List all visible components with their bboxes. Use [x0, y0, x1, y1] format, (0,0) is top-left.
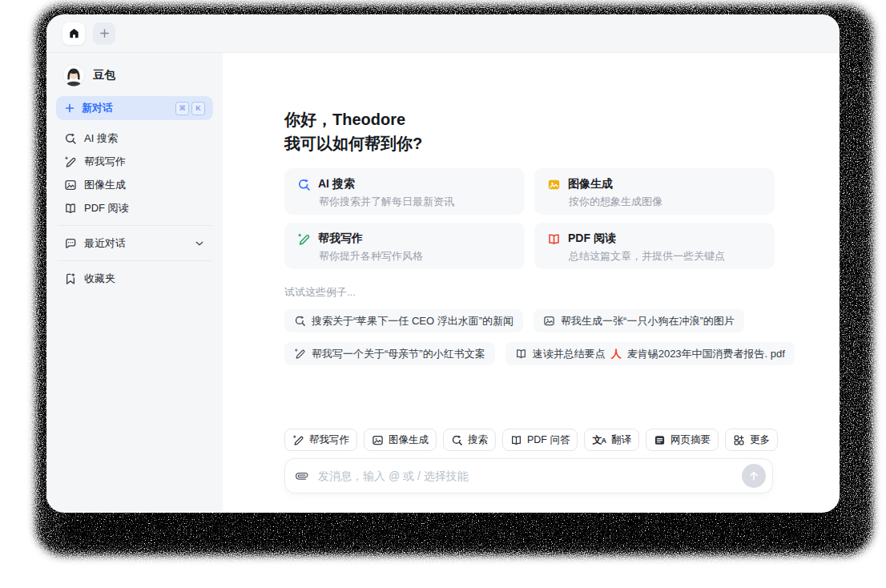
skill-writing[interactable]: 帮我写作 — [284, 429, 357, 451]
skill-label: 帮我写作 — [309, 433, 349, 447]
example-text: 帮我写一个关于“母亲节”的小红书文案 — [312, 347, 485, 361]
skill-web-summary[interactable]: 网页摘要 — [646, 429, 719, 451]
skill-label: 搜索 — [468, 433, 488, 447]
example-chip-search[interactable]: 搜索关于“苹果下一任 CEO 浮出水面”的新闻 — [284, 309, 523, 332]
sidebar-item-image-gen[interactable]: 图像生成 — [56, 173, 213, 196]
translate-icon: 文A — [592, 435, 606, 445]
sidebar-divider — [58, 225, 211, 226]
sidebar-item-label: 帮我写作 — [84, 155, 126, 169]
image-icon — [372, 434, 384, 446]
search-icon — [64, 132, 77, 145]
image-icon — [64, 179, 77, 191]
sidebar-item-label: AI 搜索 — [84, 131, 118, 146]
cmd-key-badge: ⌘ — [175, 102, 189, 115]
skill-more[interactable]: 更多 — [725, 429, 778, 451]
main-area: 你好，Theodore 我可以如何帮到你? AI 搜索 帮你搜索并了解每日最新资… — [223, 53, 840, 512]
card-desc: 帮你搜索并了解每日最新资讯 — [319, 195, 512, 209]
example-row-1: 搜索关于“苹果下一任 CEO 浮出水面”的新闻 帮我生成一张“一只小狗在冲浪”的… — [284, 309, 775, 332]
card-desc: 帮你提升各种写作风格 — [319, 249, 512, 264]
sidebar-divider — [58, 260, 211, 261]
skill-search[interactable]: 搜索 — [443, 429, 496, 451]
card-title: AI 搜索 — [318, 177, 355, 191]
skill-image-gen[interactable]: 图像生成 — [364, 429, 437, 451]
card-ai-search[interactable]: AI 搜索 帮你搜索并了解每日最新资讯 — [284, 168, 525, 215]
sidebar-item-label: 图像生成 — [84, 178, 126, 192]
card-desc: 按你的想象生成图像 — [569, 195, 762, 209]
home-icon — [68, 27, 80, 39]
skill-translate[interactable]: 文A 翻译 — [584, 429, 639, 451]
send-button[interactable] — [742, 464, 766, 488]
shortcut-badges: ⌘ K — [175, 102, 205, 115]
card-title: 帮我写作 — [318, 232, 363, 246]
more-apps-icon — [733, 434, 745, 446]
k-key-badge: K — [191, 102, 205, 115]
search-icon — [451, 434, 463, 446]
new-tab-button[interactable] — [93, 22, 115, 45]
arrow-up-icon — [747, 469, 760, 482]
composer: 帮我写作 图像生成 搜索 — [284, 429, 775, 512]
book-icon — [515, 348, 527, 360]
sidebar-item-ai-search[interactable]: AI 搜索 — [56, 127, 213, 150]
sidebar-item-label: 最近对话 — [84, 236, 126, 251]
search-icon — [294, 315, 306, 327]
search-icon — [297, 178, 311, 191]
greeting-line1: 你好，Theodore — [284, 107, 775, 131]
skill-pdf-qa[interactable]: PDF 问答 — [502, 429, 578, 451]
example-text: 速读并总结要点 — [533, 347, 606, 361]
pdf-file-icon: 人 — [611, 347, 622, 361]
message-input-bar — [284, 458, 773, 493]
book-icon — [547, 232, 561, 246]
example-chip-image[interactable]: 帮我生成一张“一只小狗在冲浪”的图片 — [534, 309, 744, 332]
card-writing[interactable]: 帮我写作 帮你提升各种写作风格 — [284, 223, 525, 269]
pen-icon — [297, 232, 311, 246]
sidebar-item-label: PDF 阅读 — [84, 201, 129, 215]
image-icon — [543, 315, 555, 327]
tab-bar — [46, 14, 840, 53]
chevron-down-icon[interactable] — [194, 238, 205, 249]
feature-cards: AI 搜索 帮你搜索并了解每日最新资讯 图像生成 按你的想象生成图像 — [284, 168, 775, 269]
plus-icon — [64, 103, 75, 114]
image-icon — [547, 178, 561, 191]
sidebar-item-label: 收藏夹 — [84, 272, 115, 286]
skill-label: PDF 问答 — [527, 433, 570, 447]
chat-bubble-icon — [64, 237, 77, 250]
profile[interactable]: 豆包 — [56, 61, 213, 96]
message-input[interactable] — [316, 469, 742, 483]
card-title: 图像生成 — [568, 177, 613, 191]
card-image-gen[interactable]: 图像生成 按你的想象生成图像 — [534, 168, 775, 215]
new-chat-button[interactable]: 新对话 ⌘ K — [56, 96, 213, 120]
plus-icon — [99, 27, 111, 39]
example-attachment: 麦肯锡2023年中国消费者报告. pdf — [627, 347, 785, 361]
greeting-line2: 我可以如何帮到你? — [284, 131, 775, 155]
skill-label: 更多 — [750, 433, 770, 447]
new-chat-label: 新对话 — [82, 101, 113, 115]
example-text: 帮我生成一张“一只小狗在冲浪”的图片 — [561, 314, 735, 328]
avatar — [62, 64, 85, 87]
sidebar-item-recent[interactable]: 最近对话 — [56, 232, 213, 255]
pen-icon — [64, 155, 77, 168]
pen-icon — [292, 434, 304, 446]
sidebar-item-writing[interactable]: 帮我写作 — [56, 150, 213, 173]
profile-name: 豆包 — [93, 68, 115, 83]
card-desc: 总结这篇文章，并提供一些关键点 — [569, 249, 762, 264]
pen-icon — [294, 348, 306, 360]
example-row-2: 帮我写一个关于“母亲节”的小红书文案 速读并总结要点 人 麦肯锡2023年中国消… — [284, 342, 775, 365]
app-window: 豆包 新对话 ⌘ K AI 搜索 — [46, 14, 840, 513]
sidebar-item-favorites[interactable]: 收藏夹 — [56, 267, 213, 290]
webpage-icon — [654, 434, 666, 446]
sidebar: 豆包 新对话 ⌘ K AI 搜索 — [46, 53, 223, 512]
sidebar-item-pdf[interactable]: PDF 阅读 — [56, 196, 213, 219]
example-chip-writing[interactable]: 帮我写一个关于“母亲节”的小红书文案 — [284, 342, 495, 365]
example-text: 搜索关于“苹果下一任 CEO 浮出水面”的新闻 — [312, 314, 513, 328]
example-chip-pdf[interactable]: 速读并总结要点 人 麦肯锡2023年中国消费者报告. pdf — [505, 342, 795, 365]
paperclip-icon[interactable] — [296, 469, 308, 482]
card-title: PDF 阅读 — [568, 232, 616, 246]
home-tab[interactable] — [62, 22, 85, 45]
skill-label: 翻译 — [611, 433, 631, 447]
skill-label: 图像生成 — [389, 433, 429, 447]
skill-bar: 帮我写作 图像生成 搜索 — [284, 429, 775, 451]
bookmark-icon — [64, 272, 77, 285]
skill-label: 网页摘要 — [671, 433, 711, 447]
book-icon — [64, 202, 77, 215]
card-pdf-reading[interactable]: PDF 阅读 总结这篇文章，并提供一些关键点 — [534, 223, 775, 269]
